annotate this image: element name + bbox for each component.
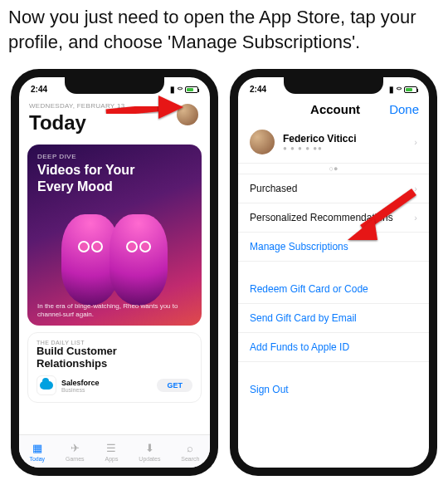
status-time: 2:44 [250, 85, 266, 94]
nav-title: Account [310, 102, 360, 116]
row-recommendations[interactable]: Personalized Recommendations › [238, 203, 429, 233]
notch [284, 77, 383, 94]
battery-icon [185, 86, 198, 93]
tab-updates[interactable]: ⬇Updates [139, 442, 160, 462]
today-header: WEDNESDAY, FEBRUARY 13 Today [19, 99, 210, 140]
rocket-icon: ✈ [71, 442, 80, 454]
apps-icon: ☰ [106, 442, 116, 454]
phone-left: 2:44 ▮ ⌔ WEDNESDAY, FEBRUARY 13 Today DE… [11, 69, 218, 476]
app-subtitle: Business [61, 387, 100, 393]
get-button[interactable]: GET [157, 379, 192, 392]
search-icon: ⌕ [187, 442, 193, 454]
wifi-icon: ⌔ [397, 85, 402, 94]
updates-icon: ⬇ [145, 442, 154, 454]
feature-title: Videos for Your Every Mood [37, 162, 192, 194]
salesforce-icon [37, 375, 56, 395]
annotation-arrow [338, 189, 421, 247]
feature-card[interactable]: DEEP DIVE Videos for Your Every Mood In … [27, 145, 202, 326]
row-send-gift[interactable]: Send Gift Card by Email [238, 304, 429, 333]
row-sign-out[interactable]: Sign Out [238, 375, 429, 404]
done-button[interactable]: Done [389, 102, 419, 116]
annotation-arrow [102, 92, 185, 125]
phone-pair: 2:44 ▮ ⌔ WEDNESDAY, FEBRUARY 13 Today DE… [0, 66, 448, 479]
status-time: 2:44 [31, 85, 47, 94]
nav-bar: Account Done [238, 99, 429, 121]
notch [65, 77, 164, 94]
tab-bar: ▦Today ✈Games ☰Apps ⬇Updates ⌕Search [19, 434, 210, 468]
daily-list-title: Build Customer Relationships [37, 345, 192, 370]
battery-icon [404, 86, 417, 93]
feature-eyebrow: DEEP DIVE [37, 153, 192, 160]
chevron-right-icon: › [414, 137, 417, 147]
app-row[interactable]: Salesforce Business GET [37, 375, 192, 395]
app-name: Salesforce [61, 379, 100, 387]
tab-today[interactable]: ▦Today [29, 442, 45, 462]
tab-games[interactable]: ✈Games [66, 442, 85, 462]
daily-list-card[interactable]: THE DAILY LIST Build Customer Relationsh… [27, 332, 202, 403]
today-icon: ▦ [32, 442, 42, 454]
row-add-funds[interactable]: Add Funds to Apple ID [238, 333, 429, 362]
account-dots: ● ● ● ● ●● [283, 145, 356, 152]
row-redeem[interactable]: Redeem Gift Card or Code [238, 275, 429, 304]
profile-row[interactable]: Federico Viticci ● ● ● ● ●● › [238, 121, 429, 163]
tab-search[interactable]: ⌕Search [181, 442, 199, 462]
tab-apps[interactable]: ☰Apps [105, 442, 118, 462]
account-avatar [250, 130, 275, 154]
feature-caption: In the era of binge-watching, Rheo wants… [37, 302, 192, 319]
instruction-caption: Now you just need to open the App Store,… [0, 0, 448, 66]
phone-right: 2:44 ▮ ⌔ Account Done Federico Viticci ●… [230, 69, 437, 476]
page-indicator: ○● [238, 163, 429, 174]
status-right: ▮ ⌔ [389, 85, 417, 94]
feature-art [27, 214, 202, 306]
signal-icon: ▮ [389, 85, 394, 94]
account-name: Federico Viticci [283, 133, 356, 145]
